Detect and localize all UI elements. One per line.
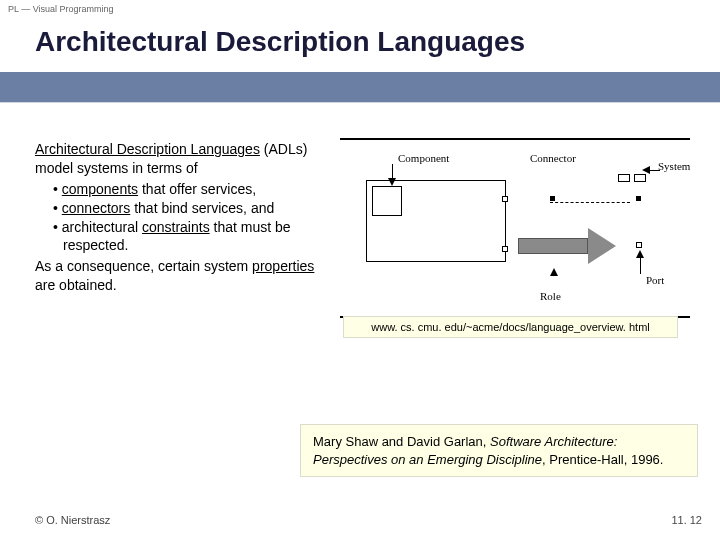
component-port-icon	[502, 246, 508, 252]
tail-post: are obtained.	[35, 277, 117, 293]
label-component: Component	[398, 152, 449, 164]
connector-line	[550, 198, 650, 208]
label-connector: Connector	[530, 152, 576, 164]
adl-diagram: Component Connector System Role Port	[340, 138, 690, 318]
system-icon	[618, 178, 648, 198]
subcomponent-box	[372, 186, 402, 216]
course-tag: PL — Visual Programming	[8, 4, 114, 14]
label-system: System	[658, 160, 690, 172]
bullet-2: connectors that bind services, and	[53, 199, 315, 218]
header-rule	[0, 102, 720, 103]
port-icon	[636, 242, 642, 248]
lead-term: Architectural Description Languages	[35, 141, 260, 157]
bullet-1-rest: that offer services,	[138, 181, 256, 197]
arrow-left-icon	[642, 166, 650, 174]
bullet-3-pre: architectural	[62, 219, 142, 235]
bullet-1-term: components	[62, 181, 138, 197]
binding-arrow-icon	[518, 228, 618, 264]
bullet-2-rest: that bind services, and	[130, 200, 274, 216]
url-box: www. cs. cmu. edu/~acme/docs/language_ov…	[343, 316, 678, 338]
diagram-rule-top	[340, 138, 690, 140]
body-text: Architectural Description Languages (ADL…	[35, 140, 315, 295]
bullet-1: components that offer services,	[53, 180, 315, 199]
page-title: Architectural Description Languages	[35, 26, 525, 58]
header-bar	[0, 72, 720, 102]
bullet-3-term: constraints	[142, 219, 210, 235]
tail-term: properties	[252, 258, 314, 274]
bullet-2-term: connectors	[62, 200, 130, 216]
footer-copyright: © O. Nierstrasz	[35, 514, 110, 526]
bullet-3: architectural constraints that must be r…	[53, 218, 315, 256]
citation-authors: Mary Shaw and David Garlan,	[313, 434, 490, 449]
role-dot-icon	[550, 196, 555, 201]
arrow-stem	[640, 256, 641, 274]
component-port-icon	[502, 196, 508, 202]
footer-page-number: 11. 12	[671, 514, 702, 526]
label-port: Port	[646, 274, 664, 286]
tail-pre: As a consequence, certain system	[35, 258, 252, 274]
citation-box: Mary Shaw and David Garlan, Software Arc…	[300, 424, 698, 477]
label-role: Role	[540, 290, 561, 302]
arrow-up-icon	[550, 268, 558, 276]
arrow-up-icon	[636, 250, 644, 258]
slide: PL — Visual Programming Architectural De…	[0, 0, 720, 540]
citation-rest: , Prentice-Hall, 1996.	[542, 452, 663, 467]
